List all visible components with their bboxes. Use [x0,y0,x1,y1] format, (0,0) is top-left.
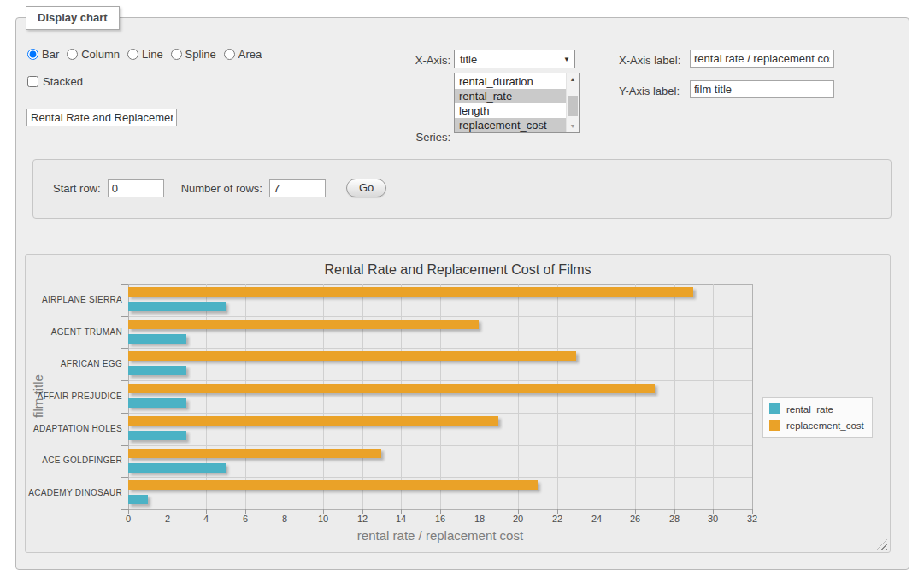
series-option-replacement_cost[interactable]: replacement_cost [455,118,566,132]
gridline-vertical [480,284,480,509]
x-tick-label: 16 [425,514,456,524]
y-tick-mark [121,348,128,349]
gridline-vertical [674,284,675,509]
y-category-label: AFFAIR PREJUDICE [26,391,122,401]
x-tick-label: 24 [581,514,612,524]
y-category-label: AGENT TRUMAN [26,327,122,337]
chart-type-radio-area[interactable] [224,49,235,60]
gridline-vertical [401,284,402,509]
y-category-label: ADAPTATION HOLES [26,424,122,433]
chart-type-radio-line[interactable] [127,49,138,60]
y-tick-mark [121,445,128,446]
bar-replacement-cost [128,384,655,393]
y-category-label: AIRPLANE SIERRA [26,295,122,304]
x-tick-label: 20 [503,514,533,524]
legend-label-rental-rate: rental_rate [786,404,833,414]
chart-type-radio-column[interactable] [67,49,78,60]
series-option-length[interactable]: length [455,103,566,118]
plot-area [128,284,752,509]
chart-type-label-spline: Spline [185,48,216,61]
chart-type-option-bar[interactable]: Bar [27,48,59,61]
x-tick-label: 10 [308,514,338,524]
y-tick-mark [121,316,128,317]
gridline-vertical [285,284,285,509]
chart-legend: rental_rate replacement_cost [762,397,873,438]
chevron-down-icon: ▼ [563,56,570,63]
chart-title: Rental Rate and Replacement Cost of Film… [26,262,890,278]
gridline-vertical [206,284,207,509]
y-category-label: AFRICAN EGG [26,359,122,368]
legend-item-rental-rate: rental_rate [769,403,864,414]
chart-type-option-line[interactable]: Line [127,48,163,61]
series-option-rental_duration[interactable]: rental_duration [455,74,566,89]
gridline-vertical [128,284,129,509]
y-tick-mark [121,413,128,414]
gridline-vertical [245,284,246,509]
bar-replacement-cost [128,480,538,490]
x-axis-selected-value: title [460,53,477,66]
y-category-label: ACE GOLDFINGER [26,456,122,465]
series-multiselect[interactable]: rental_durationrental_ratelengthreplacem… [454,73,580,133]
x-axis-label-input[interactable] [690,50,834,68]
x-tick-label: 28 [659,514,690,524]
x-tick-label: 12 [347,514,378,524]
start-row-label: Start row: [53,182,101,195]
chart-container: Rental Rate and Replacement Cost of Film… [25,254,891,553]
scrollbar-thumb[interactable] [568,96,578,116]
chart-type-label-area: Area [238,48,262,61]
gridline-vertical [557,284,558,509]
scroll-up-icon[interactable]: ▲ [567,73,579,85]
gridline-vertical [713,284,714,509]
gridline-vertical [518,284,519,509]
scroll-down-icon[interactable]: ▼ [567,121,579,132]
chart-type-radios: BarColumnLineSplineArea [27,48,262,61]
x-axis-select[interactable]: title ▼ [454,50,575,68]
gridline-vertical [597,284,597,509]
start-row-input[interactable] [108,179,164,197]
gridline-vertical [635,284,636,509]
gridline-vertical [168,284,168,509]
x-tick-label: 14 [385,514,416,524]
x-tick-label: 4 [191,514,221,524]
rows-panel: Start row: Number of rows: Go [32,159,892,219]
bar-rental-rate [128,495,148,504]
bar-rental-rate [128,398,186,408]
gridline-vertical [752,284,753,509]
gridline-vertical [323,284,324,509]
y-axis-label-input[interactable] [690,80,834,98]
series-select-label: Series: [368,131,450,144]
stacked-label: Stacked [43,75,83,88]
x-axis-select-label: X-Axis: [368,54,450,67]
y-tick-mark [121,477,128,478]
legend-item-replacement-cost: replacement_cost [769,420,864,431]
bar-replacement-cost [128,320,479,329]
go-button[interactable]: Go [346,179,386,197]
y-tick-mark [121,509,128,510]
stacked-option[interactable]: Stacked [27,75,83,88]
resize-handle-icon[interactable] [877,539,887,550]
y-tick-mark [121,380,128,381]
bar-rental-rate [128,302,226,311]
chart-type-option-spline[interactable]: Spline [171,48,216,61]
stacked-checkbox[interactable] [27,76,38,87]
chart-type-radio-bar[interactable] [27,49,38,60]
chart-type-option-area[interactable]: Area [224,48,262,61]
x-tick-label: 30 [697,514,728,524]
bar-rental-rate [128,366,186,375]
series-scrollbar[interactable]: ▲ ▼ [566,73,579,132]
num-rows-input[interactable] [269,179,326,197]
y-tick-mark [121,284,128,285]
legend-label-replacement-cost: replacement_cost [786,420,864,431]
x-tick-label: 8 [269,514,300,524]
x-tick-label: 0 [113,514,144,524]
x-tick-label: 2 [152,514,183,524]
x-tick-label: 22 [542,514,573,524]
chart-type-radio-spline[interactable] [171,49,182,60]
y-axis-label-label: Y-Axis label: [619,85,680,97]
chart-type-option-column[interactable]: Column [67,48,120,61]
chart-type-label-line: Line [142,48,163,61]
num-rows-label: Number of rows: [181,182,262,195]
x-tick-label: 6 [230,514,261,524]
chart-title-input[interactable] [26,109,177,126]
series-option-rental_rate[interactable]: rental_rate [455,89,566,103]
